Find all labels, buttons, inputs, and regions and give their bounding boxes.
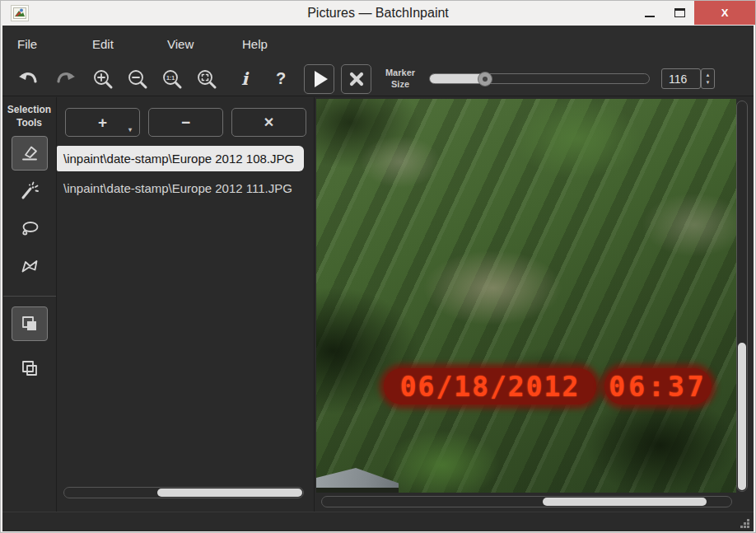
zoom-actual-icon: 1:1 [161, 68, 183, 90]
zoom-out-icon [127, 68, 148, 90]
time-stamp-text: 06:37 [609, 371, 707, 403]
file-list-toolbar: + ▾ − ✕ [57, 97, 314, 137]
info-button[interactable]: i [233, 68, 256, 91]
spin-up-icon[interactable]: ▲ [706, 72, 711, 78]
redo-button[interactable] [54, 68, 77, 91]
marker-size-value[interactable]: 116 [661, 68, 701, 89]
help-icon: ? [276, 69, 286, 88]
zoom-fit-icon [196, 68, 217, 90]
file-list-panel: + ▾ − ✕ \inpaint\date-stamp\Europe 2012 … [57, 97, 315, 512]
marker-size-slider[interactable] [429, 73, 650, 84]
file-list-hscrollbar[interactable] [63, 487, 304, 498]
zoom-actual-button[interactable]: 1:1 [161, 68, 184, 91]
zoom-in-button[interactable] [91, 68, 114, 91]
maximize-button[interactable] [665, 1, 694, 25]
undo-button[interactable] [17, 68, 40, 91]
menu-file[interactable]: File [17, 37, 92, 51]
resize-grip-icon[interactable] [739, 517, 750, 529]
main-content: Selection Tools [2, 97, 754, 512]
redo-icon [54, 70, 76, 88]
stop-button[interactable] [341, 64, 371, 94]
marker-size-label: Marker Size [381, 68, 419, 91]
tool-magic-wand[interactable] [12, 174, 48, 208]
undo-icon [18, 70, 40, 88]
close-icon: X [721, 7, 729, 19]
titlebar: Pictures — BatchInpaint X [1, 1, 755, 26]
magic-wand-icon [19, 180, 40, 202]
app-body: File Edit View Help [2, 26, 754, 531]
marker-pen-icon [19, 143, 40, 164]
slider-fill [430, 74, 485, 83]
layers-filled-icon [19, 313, 40, 334]
zoom-fit-button[interactable] [195, 68, 218, 91]
image-vscrollbar[interactable] [736, 101, 748, 492]
image-vscroll-thumb[interactable] [738, 343, 746, 490]
app-window: Pictures — BatchInpaint X File Edit View… [0, 0, 756, 533]
sidebar-title: Selection Tools [7, 104, 51, 129]
sidebar-divider [3, 296, 56, 297]
info-icon: i [241, 68, 248, 89]
lasso-icon [19, 218, 40, 240]
clear-icon: ✕ [264, 115, 274, 130]
maximize-icon [674, 8, 685, 17]
file-list: \inpaint\date-stamp\Europe 2012 108.JPG … [57, 146, 304, 205]
toolbar: 1:1 i ? [2, 62, 754, 96]
photo-roof-detail [316, 468, 399, 493]
photo-canvas[interactable]: 06/18/2012 06:37 [316, 99, 736, 493]
polygon-lasso-icon [19, 256, 40, 278]
play-icon [315, 71, 328, 87]
caption-buttons: X [635, 1, 755, 26]
menubar: File Edit View Help [2, 26, 754, 62]
tool-marker-pen[interactable] [12, 136, 48, 171]
menu-view[interactable]: View [167, 37, 242, 51]
image-hscrollbar[interactable] [321, 496, 732, 507]
marker-size-stepper[interactable]: ▲ ▼ [701, 68, 715, 89]
tool-layers-filled[interactable] [12, 306, 48, 341]
tool-layers-outline[interactable] [12, 351, 48, 386]
layers-outline-icon [19, 358, 40, 379]
app-icon [11, 5, 29, 21]
file-list-item[interactable]: \inpaint\date-stamp\Europe 2012 108.JPG [57, 146, 304, 171]
clear-files-button[interactable]: ✕ [231, 108, 306, 137]
tool-lasso[interactable] [12, 212, 48, 246]
tool-polygon-lasso[interactable] [12, 250, 48, 284]
date-stamp-text: 06/18/2012 [400, 371, 581, 403]
selection-tools-sidebar: Selection Tools [2, 97, 57, 512]
help-button[interactable]: ? [269, 68, 292, 91]
add-files-button[interactable]: + ▾ [65, 108, 140, 137]
run-button[interactable] [304, 64, 334, 94]
x-icon [348, 71, 365, 87]
menu-help[interactable]: Help [242, 37, 317, 51]
close-button[interactable]: X [694, 1, 755, 25]
svg-text:1:1: 1:1 [166, 74, 175, 80]
zoom-out-button[interactable] [126, 68, 149, 91]
zoom-in-icon [92, 68, 114, 90]
minimize-button[interactable] [635, 1, 665, 25]
menu-edit[interactable]: Edit [92, 37, 167, 51]
marker-selection-date: 06/18/2012 [384, 368, 596, 404]
slider-thumb[interactable] [478, 72, 492, 86]
remove-file-button[interactable]: − [148, 108, 223, 137]
add-dropdown-icon[interactable]: ▾ [128, 126, 132, 133]
minimize-icon [645, 16, 655, 17]
marker-selection-time: 06:37 [604, 368, 712, 404]
image-view[interactable]: 06/18/2012 06:37 [315, 97, 754, 512]
file-list-hscroll-thumb[interactable] [157, 489, 302, 497]
file-list-item[interactable]: \inpaint\date-stamp\Europe 2012 111.JPG [57, 175, 304, 201]
statusbar [2, 512, 754, 531]
image-hscroll-thumb[interactable] [543, 498, 707, 506]
spin-down-icon[interactable]: ▼ [706, 79, 711, 86]
